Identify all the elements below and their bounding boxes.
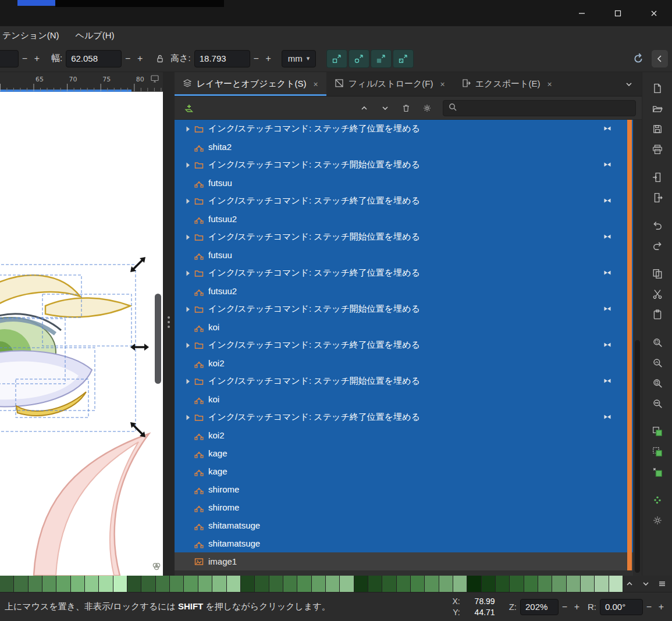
horizontal-ruler[interactable]: 65707580 <box>0 72 163 92</box>
menu-item-1[interactable]: ヘルプ(H) <box>76 30 115 41</box>
layer-row-path[interactable]: shita2 <box>175 138 633 156</box>
hidden-icon[interactable] <box>603 412 612 423</box>
import-document-button[interactable] <box>646 167 669 187</box>
palette-swatch[interactable] <box>141 576 155 592</box>
layer-row-group[interactable]: インク/ステッチコマンド: ステッチ終了位置を埋める <box>175 336 633 354</box>
layer-row-path[interactable]: shitamatsuge <box>175 534 633 552</box>
tab-close-icon[interactable]: × <box>440 80 445 89</box>
palette-swatch[interactable] <box>368 576 382 592</box>
tab-layers-objects[interactable]: レイヤーとオブジェクト(S)× <box>175 72 326 96</box>
layer-row-group[interactable]: インク/ステッチコマンド: ステッチ開始位置を埋める <box>175 372 633 390</box>
hidden-icon[interactable] <box>603 160 612 171</box>
palette-swatch[interactable] <box>482 576 496 592</box>
hidden-icon[interactable] <box>603 196 612 207</box>
layer-row-path[interactable]: shirome <box>175 498 633 516</box>
palette-swatch[interactable] <box>71 576 85 592</box>
clone-original-button[interactable] <box>646 490 669 510</box>
cut-button[interactable] <box>646 284 669 304</box>
palette-swatch[interactable] <box>312 576 326 592</box>
palette-swatch[interactable] <box>340 576 354 592</box>
expander-icon[interactable] <box>183 124 193 134</box>
width-input[interactable] <box>66 50 122 67</box>
palette-swatch[interactable] <box>184 576 198 592</box>
zoom-page-width-button[interactable] <box>646 393 669 413</box>
hidden-icon[interactable] <box>603 304 612 315</box>
layer-row-path[interactable]: kage <box>175 444 633 462</box>
expander-icon[interactable] <box>183 233 193 242</box>
layer-row-group[interactable]: インク/ステッチコマンド: ステッチ開始位置を埋める <box>175 228 633 246</box>
search-input[interactable] <box>461 104 631 113</box>
palette-swatch[interactable] <box>425 576 439 592</box>
palette-swatch[interactable] <box>42 576 56 592</box>
new-document-button[interactable] <box>646 78 669 98</box>
zoom-drawing-button[interactable] <box>646 352 669 373</box>
move-up-button[interactable] <box>355 99 373 117</box>
move-down-button[interactable] <box>376 99 394 117</box>
layer-row-path[interactable]: futsuu2 <box>175 282 633 300</box>
panel-vscrollbar-thumb[interactable] <box>635 340 640 573</box>
rotation-plus-button[interactable]: + <box>655 598 667 616</box>
panel-resize-handle[interactable] <box>163 72 175 576</box>
unlink-clone-button[interactable] <box>646 462 669 482</box>
expander-icon[interactable] <box>183 160 193 170</box>
height-input[interactable] <box>194 50 250 67</box>
stretch-handle-e[interactable] <box>130 344 149 351</box>
palette-swatch[interactable] <box>0 576 14 592</box>
add-layer-button[interactable] <box>180 99 198 117</box>
zoom-selection-button[interactable] <box>646 332 669 352</box>
tab-fill-stroke[interactable]: フィル/ストローク(F)× <box>326 72 453 96</box>
redo-button[interactable] <box>646 235 669 256</box>
layer-row-path[interactable]: futsuu <box>175 246 633 264</box>
hidden-icon[interactable] <box>603 340 612 351</box>
scale-handle-se[interactable] <box>130 422 145 437</box>
palette-swatch[interactable] <box>283 576 297 592</box>
layer-row-path[interactable]: shirome <box>175 480 633 498</box>
palette-swatch[interactable] <box>510 576 524 592</box>
print-document-button[interactable] <box>646 139 669 159</box>
zoom-plus-button[interactable]: + <box>571 598 583 616</box>
layer-row-path[interactable]: koi <box>175 318 633 336</box>
layer-row-group[interactable]: インク/ステッチコマンド: ステッチ終了位置を埋める <box>175 120 633 138</box>
menu-item-0[interactable]: テンション(N) <box>2 30 59 41</box>
expander-icon[interactable] <box>183 413 193 422</box>
palette-swatch[interactable] <box>552 576 566 592</box>
palette-swatch[interactable] <box>56 576 70 592</box>
x-plus-button[interactable]: + <box>31 50 43 67</box>
canvas-vscrollbar-thumb[interactable] <box>155 294 161 384</box>
layer-row-path[interactable]: futsuu2 <box>175 210 633 228</box>
palette-swatch[interactable] <box>14 576 28 592</box>
close-button[interactable] <box>636 0 672 26</box>
palette-swatch[interactable] <box>198 576 212 592</box>
duplicate-button[interactable] <box>646 421 669 441</box>
scale-stroke-button[interactable] <box>326 49 347 68</box>
layer-row-path[interactable]: koi2 <box>175 426 633 444</box>
palette-swatch[interactable] <box>439 576 453 592</box>
lock-ratio-icon[interactable] <box>155 54 165 63</box>
collapse-panel-button[interactable] <box>651 49 669 68</box>
layer-row-group[interactable]: インク/ステッチコマンド: ステッチ開始位置を埋める <box>175 300 633 318</box>
layer-row-group[interactable]: インク/ステッチコマンド: ステッチ開始位置を埋める <box>175 156 633 174</box>
hidden-icon[interactable] <box>603 376 612 387</box>
palette-swatch[interactable] <box>170 576 184 592</box>
palette-swatch[interactable] <box>524 576 538 592</box>
palette-swatch[interactable] <box>255 576 269 592</box>
x-input[interactable] <box>0 50 19 67</box>
palette-swatch[interactable] <box>127 576 141 592</box>
x-minus-button[interactable]: − <box>19 50 31 67</box>
palette-swatch[interactable] <box>467 576 481 592</box>
layer-row-path[interactable]: shitamatsuge <box>175 516 633 534</box>
height-plus-button[interactable]: + <box>262 50 275 67</box>
color-profile-icon[interactable] <box>151 561 162 573</box>
hidden-icon[interactable] <box>603 268 612 279</box>
palette-swatch[interactable] <box>326 576 340 592</box>
palette-swatch[interactable] <box>297 576 311 592</box>
undo-button[interactable] <box>646 215 669 235</box>
palette-swatch[interactable] <box>241 576 255 592</box>
width-plus-button[interactable]: + <box>134 50 146 67</box>
palette-swatch[interactable] <box>85 576 99 592</box>
expander-icon[interactable] <box>183 341 193 350</box>
palette-swatch[interactable] <box>113 576 127 592</box>
expander-icon[interactable] <box>183 269 193 278</box>
layer-row-path[interactable]: koi <box>175 390 633 408</box>
layer-row-group[interactable]: インク/ステッチコマンド: ステッチ終了位置を埋める <box>175 408 633 426</box>
